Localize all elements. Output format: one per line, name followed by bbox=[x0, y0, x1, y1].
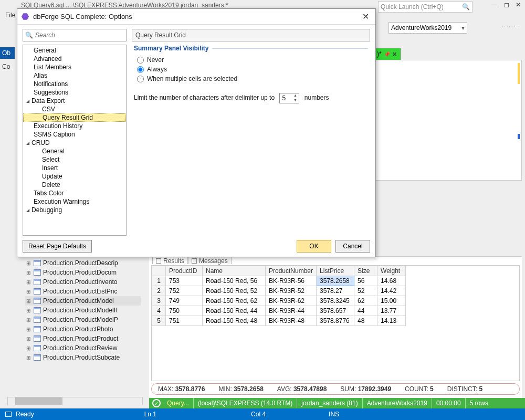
expand-icon[interactable]: ⊞ bbox=[25, 336, 32, 342]
grid-cell[interactable]: BK-R93R-48 bbox=[266, 316, 317, 326]
tree-item[interactable]: General bbox=[23, 147, 126, 155]
tree-item[interactable]: CSV bbox=[23, 105, 126, 113]
grid-cell[interactable]: 752 bbox=[166, 286, 203, 296]
options-search-input[interactable]: 🔍 bbox=[23, 29, 127, 41]
row-header[interactable]: 3 bbox=[152, 296, 166, 306]
grid-cell[interactable]: 48 bbox=[354, 316, 377, 326]
grid-cell[interactable]: BK-R93R-52 bbox=[266, 286, 317, 296]
grid-cell[interactable]: Road-150 Red, 48 bbox=[203, 316, 266, 326]
grid-cell[interactable]: BK-R93R-44 bbox=[266, 306, 317, 316]
expand-icon[interactable]: ⊞ bbox=[25, 317, 32, 323]
tree-item[interactable]: Select bbox=[23, 155, 126, 164]
row-header[interactable]: 2 bbox=[152, 286, 166, 296]
grid-cell[interactable]: 750 bbox=[166, 306, 203, 316]
grid-cell[interactable]: 749 bbox=[166, 296, 203, 306]
limit-spinner[interactable]: 5 ▲▼ bbox=[279, 93, 299, 103]
results-grid[interactable]: ProductIDNameProductNumberListPriceSizeW… bbox=[151, 265, 520, 381]
tree-item[interactable]: Delete bbox=[23, 181, 126, 189]
column-header[interactable]: Name bbox=[203, 266, 266, 276]
dialog-close-button[interactable]: ✕ bbox=[360, 12, 371, 22]
expand-icon[interactable]: ⊞ bbox=[25, 260, 32, 266]
grid-cell[interactable]: 56 bbox=[354, 276, 377, 286]
ok-button[interactable]: OK bbox=[297, 240, 331, 253]
grid-cell[interactable]: Road-150 Red, 56 bbox=[203, 276, 266, 286]
column-header[interactable]: ListPrice bbox=[317, 266, 354, 276]
spinner-up-icon[interactable]: ▲ bbox=[292, 93, 298, 98]
table-node[interactable]: ⊞Production.ProductDocum bbox=[25, 268, 141, 277]
grid-cell[interactable]: 3578.8776 bbox=[317, 316, 354, 326]
row-header[interactable]: 1 bbox=[152, 276, 166, 286]
grid-cell[interactable]: 751 bbox=[166, 316, 203, 326]
tree-item[interactable]: Alias bbox=[23, 71, 126, 80]
quick-launch-input[interactable]: Quick Launch (Ctrl+Q) 🔍 bbox=[378, 1, 472, 13]
table-node[interactable]: ⊞Production.ProductProduct bbox=[25, 334, 141, 343]
grid-cell[interactable]: 14.13 bbox=[377, 316, 406, 326]
table-node[interactable]: ⊞Production.ProductModelP bbox=[25, 315, 141, 324]
grid-cell[interactable]: 3578.2658 bbox=[317, 276, 354, 286]
object-explorer-tree[interactable]: ⊞Production.ProductDescrip⊞Production.Pr… bbox=[25, 258, 141, 362]
tree-item[interactable]: Insert bbox=[23, 164, 126, 172]
expand-icon[interactable]: ⊞ bbox=[25, 279, 32, 285]
sidebar-tab-2[interactable]: Co bbox=[0, 61, 15, 72]
tree-item[interactable]: Advanced bbox=[23, 55, 126, 63]
radio-always[interactable]: Always bbox=[137, 66, 368, 73]
minimize-button[interactable]: — bbox=[491, 1, 498, 8]
tree-item[interactable]: CRUD bbox=[23, 139, 126, 147]
row-header[interactable]: 5 bbox=[152, 316, 166, 326]
radio-multi[interactable]: When multiple cells are selected bbox=[137, 75, 368, 82]
tree-item[interactable]: Execution Warnings bbox=[23, 197, 126, 206]
table-node[interactable]: ⊞Production.ProductSubcate bbox=[25, 353, 141, 362]
tree-item[interactable]: Suggestions bbox=[23, 88, 126, 97]
object-explorer-scrollbar[interactable] bbox=[7, 397, 143, 405]
expand-icon[interactable]: ⊞ bbox=[25, 308, 32, 313]
dialog-titlebar[interactable]: dbForge SQL Complete: Options ✕ bbox=[17, 9, 375, 25]
table-node[interactable]: ⊞Production.ProductPhoto bbox=[25, 324, 141, 334]
grid-cell[interactable]: BK-R93R-56 bbox=[266, 276, 317, 286]
grid-cell[interactable]: 14.68 bbox=[377, 276, 406, 286]
close-icon[interactable]: ✕ bbox=[392, 51, 397, 58]
menu-file[interactable]: File bbox=[0, 12, 15, 19]
tab-messages[interactable]: Messages bbox=[188, 257, 232, 264]
expand-icon[interactable]: ⊞ bbox=[25, 289, 32, 295]
tree-item[interactable]: SSMS Caption bbox=[23, 130, 126, 139]
expand-icon[interactable]: ⊞ bbox=[25, 327, 32, 332]
object-explorer-tab[interactable]: Ob bbox=[0, 47, 15, 59]
column-header[interactable]: Weight bbox=[377, 266, 406, 276]
expand-icon[interactable]: ⊞ bbox=[25, 298, 32, 304]
grid-cell[interactable]: Road-150 Red, 62 bbox=[203, 296, 266, 306]
grid-cell[interactable]: 3578.27 bbox=[317, 286, 354, 296]
column-header[interactable]: ProductNumber bbox=[266, 266, 317, 276]
pin-icon[interactable]: 📌 bbox=[384, 51, 390, 57]
row-header[interactable]: 4 bbox=[152, 306, 166, 316]
table-node[interactable]: ⊞Production.ProductModelIl bbox=[25, 306, 141, 315]
tree-item[interactable]: Execution History bbox=[23, 122, 126, 130]
table-node[interactable]: ⊞Production.ProductModel bbox=[25, 296, 141, 306]
table-node[interactable]: ⊞Production.ProductDescrip bbox=[25, 258, 141, 268]
table-node[interactable]: ⊞Production.ProductReview bbox=[25, 343, 141, 353]
expand-icon[interactable]: ⊞ bbox=[25, 355, 32, 361]
grid-cell[interactable]: 52 bbox=[354, 286, 377, 296]
expand-icon[interactable]: ⊞ bbox=[25, 270, 32, 276]
tree-item[interactable]: General bbox=[23, 46, 126, 55]
tree-item[interactable]: Update bbox=[23, 172, 126, 181]
grid-cell[interactable]: 13.77 bbox=[377, 306, 406, 316]
close-window-button[interactable]: ✕ bbox=[516, 1, 521, 8]
reset-defaults-button[interactable]: Reset Page Defaults bbox=[23, 240, 92, 253]
options-tree[interactable]: GeneralAdvancedList MembersAliasNotifica… bbox=[23, 45, 127, 236]
grid-cell[interactable]: 3578.3245 bbox=[317, 296, 354, 306]
tree-item[interactable]: Data Export bbox=[23, 97, 126, 105]
grid-cell[interactable]: Road-150 Red, 52 bbox=[203, 286, 266, 296]
column-header[interactable]: ProductID bbox=[166, 266, 203, 276]
grid-cell[interactable]: 3578.657 bbox=[317, 306, 354, 316]
database-combo[interactable]: AdventureWorks2019 bbox=[388, 22, 467, 34]
tab-results[interactable]: Results bbox=[152, 257, 188, 264]
grid-cell[interactable]: 15.00 bbox=[377, 296, 406, 306]
grid-cell[interactable]: Road-150 Red, 44 bbox=[203, 306, 266, 316]
tree-item[interactable]: List Members bbox=[23, 63, 126, 71]
tree-item[interactable]: Tabs Color bbox=[23, 189, 126, 197]
cancel-button[interactable]: Cancel bbox=[335, 240, 370, 253]
document-tab-active[interactable]: )* 📌 ✕ bbox=[374, 48, 401, 60]
scrollbar-thumb[interactable] bbox=[15, 397, 62, 405]
grid-cell[interactable]: 753 bbox=[166, 276, 203, 286]
tree-item[interactable]: Notifications bbox=[23, 80, 126, 88]
